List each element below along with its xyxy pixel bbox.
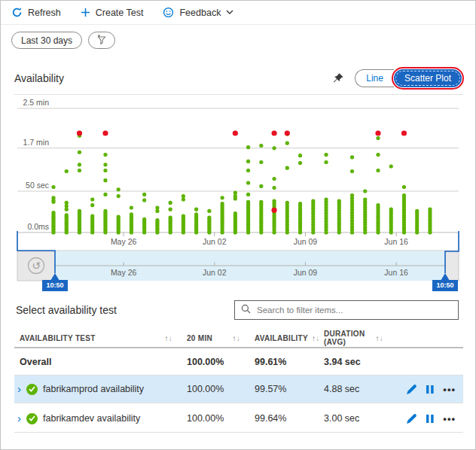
command-bar: Refresh Create Test Feedback <box>1 1 475 25</box>
chevron-right-icon[interactable]: › <box>17 412 21 424</box>
feedback-button[interactable]: Feedback <box>163 7 233 18</box>
row-20min: 100.00% <box>182 384 249 394</box>
search-input[interactable] <box>255 305 452 315</box>
pause-icon[interactable] <box>426 414 435 424</box>
refresh-button[interactable]: Refresh <box>11 7 61 18</box>
row-duration: 3.00 sec <box>319 413 392 424</box>
chevron-down-icon <box>226 10 233 15</box>
svg-text:Jun 16: Jun 16 <box>384 237 408 246</box>
row-name: Overall <box>14 357 182 367</box>
check-circle-icon <box>26 384 38 395</box>
row-name: fabrikamdev availability <box>43 413 140 424</box>
feedback-label: Feedback <box>179 8 221 18</box>
filter-bar: Last 30 days <box>11 32 115 49</box>
create-test-label: Create Test <box>96 8 144 18</box>
range-start-time-badge: 10:50 <box>42 280 68 291</box>
svg-text:May 26: May 26 <box>111 237 137 246</box>
table-row-fabrikamdev[interactable]: › fabrikamdev availability 100.00% 99.64… <box>14 405 463 433</box>
range-end-time-badge: 10:50 <box>432 280 458 291</box>
svg-text:Jun 02: Jun 02 <box>203 268 227 277</box>
scatter-plot-button[interactable]: Scatter Plot <box>394 69 462 87</box>
filter-funnel-icon <box>96 34 108 47</box>
header-duration-avg[interactable]: DURATION (AVG) ↑↓ <box>319 330 392 346</box>
line-button[interactable]: Line <box>355 69 394 87</box>
panel-title: Availability <box>14 72 64 84</box>
svg-text:2.5 min: 2.5 min <box>23 98 50 107</box>
row-duration: 3.94 sec <box>319 357 392 367</box>
svg-text:0.0ms: 0.0ms <box>27 222 49 231</box>
svg-text:Jun 16: Jun 16 <box>384 268 408 277</box>
pause-icon[interactable] <box>426 385 435 394</box>
availability-panel-header: Availability Line Scatter Plot <box>14 68 462 88</box>
availability-test-table: AVAILABILITY TEST ↑↓ 20 MIN ↑↓ AVAILABIL… <box>14 329 463 433</box>
check-circle-icon <box>26 413 38 424</box>
search-icon <box>241 303 251 317</box>
table-row-overall[interactable]: Overall 100.00% 99.61% 3.94 sec <box>14 348 463 376</box>
row-availability: 99.64% <box>249 413 319 424</box>
reset-zoom-icon: ↺ <box>32 260 41 272</box>
search-box <box>234 300 459 320</box>
ellipsis-icon[interactable]: ••• <box>443 384 456 395</box>
add-filter-pill[interactable] <box>88 32 115 49</box>
scatter-plot-label: Scatter Plot <box>404 73 451 84</box>
header-20-min[interactable]: 20 MIN ↑↓ <box>182 334 249 342</box>
time-range-pill[interactable]: Last 30 days <box>11 32 82 49</box>
row-20min: 100.00% <box>182 413 249 424</box>
availability-page: { "toolbar": {"refresh": "Refresh", "cre… <box>0 0 476 450</box>
svg-text:May 26: May 26 <box>111 268 137 277</box>
header-availability[interactable]: AVAILABILITY ↑↓ <box>249 334 319 342</box>
sort-icon[interactable]: ↑↓ <box>164 334 172 342</box>
refresh-label: Refresh <box>28 8 61 18</box>
pin-icon[interactable] <box>331 72 344 85</box>
table-row-fabrikamprod[interactable]: › fabrikamprod availability 100.00% 99.5… <box>14 376 463 403</box>
svg-text:1.7 min: 1.7 min <box>23 138 50 147</box>
table-header-row: AVAILABILITY TEST ↑↓ 20 MIN ↑↓ AVAILABIL… <box>14 329 463 348</box>
row-name: fabrikamprod availability <box>43 384 144 394</box>
row-availability: 99.57% <box>249 384 319 394</box>
svg-text:Jun 02: Jun 02 <box>203 237 227 246</box>
row-duration: 4.88 sec <box>319 384 392 394</box>
refresh-icon <box>11 7 23 18</box>
svg-text:Jun 09: Jun 09 <box>294 268 318 277</box>
row-availability: 99.61% <box>249 357 319 367</box>
smiley-icon <box>163 7 174 18</box>
select-test-heading: Select availability test <box>16 304 117 316</box>
time-range-label: Last 30 days <box>21 35 72 46</box>
sort-icon[interactable]: ↑↓ <box>375 334 383 342</box>
chevron-right-icon[interactable]: › <box>17 383 21 394</box>
ellipsis-icon[interactable]: ••• <box>443 413 456 424</box>
sort-icon[interactable]: ↑↓ <box>232 334 240 342</box>
plus-icon <box>81 8 90 17</box>
edit-pencil-icon[interactable] <box>406 413 417 424</box>
edit-pencil-icon[interactable] <box>406 384 417 395</box>
availability-scatter-chart[interactable]: 0.0ms50 sec1.7 min2.5 minMay 26Jun 02Jun… <box>1 94 476 284</box>
row-20min: 100.00% <box>182 357 249 367</box>
header-availability-test[interactable]: AVAILABILITY TEST ↑↓ <box>14 334 182 342</box>
svg-text:Jun 09: Jun 09 <box>294 237 318 246</box>
line-label: Line <box>366 73 383 84</box>
svg-text:50 sec: 50 sec <box>26 181 49 190</box>
chart-type-toggle: Line Scatter Plot <box>355 69 462 87</box>
create-test-button[interactable]: Create Test <box>81 8 144 18</box>
